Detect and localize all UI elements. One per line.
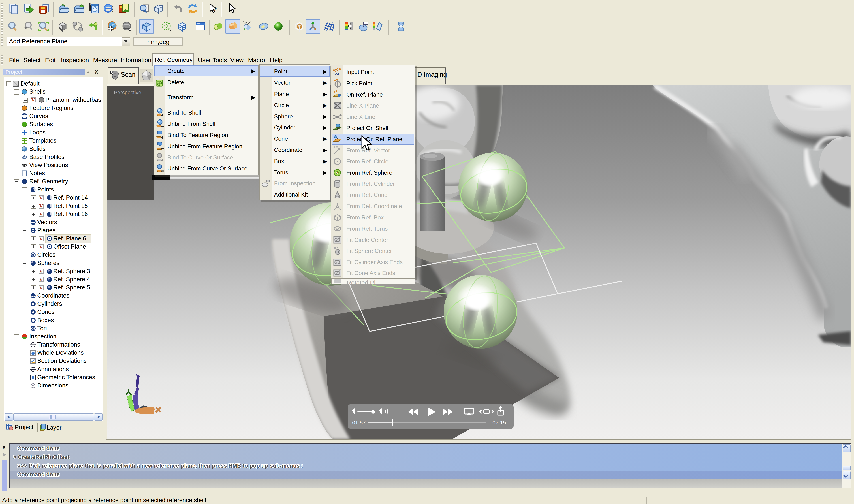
svg-text:-07:15: -07:15 [491, 419, 506, 426]
svg-text:123: 123 [333, 72, 339, 76]
svg-text:?: ? [213, 6, 217, 13]
svg-text:01:57: 01:57 [352, 419, 366, 426]
